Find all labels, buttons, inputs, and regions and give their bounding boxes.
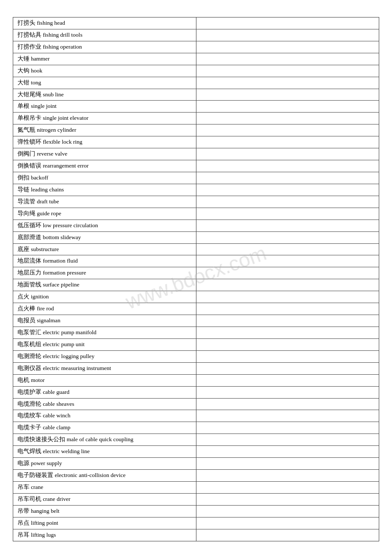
term-translation xyxy=(196,387,379,398)
table-row: 打捞头 fishing head xyxy=(13,17,379,29)
term-translation xyxy=(196,136,379,148)
term-translation xyxy=(196,17,379,29)
term-translation xyxy=(196,470,379,481)
term-translation xyxy=(196,255,379,267)
term-translation xyxy=(196,89,379,101)
term-chinese-english: 地面管线 surface pipeline xyxy=(13,279,196,291)
term-chinese-english: 电报员 signalman xyxy=(13,315,196,327)
term-translation xyxy=(196,220,379,231)
term-chinese-english: 点火 ignition xyxy=(13,291,196,303)
term-chinese-english: 吊带 hanging belt xyxy=(13,506,196,517)
term-chinese-english: 导链 leading chains xyxy=(13,184,196,196)
term-chinese-english: 倒换错误 rearrangement error xyxy=(13,160,196,172)
term-chinese-english: 电泵管汇 electric pump manifold xyxy=(13,327,196,338)
table-row: 底座 substructure xyxy=(13,244,379,256)
table-row: 氮气瓶 nitrogen cylinder xyxy=(13,124,379,136)
table-row: 导向绳 guide rope xyxy=(13,208,379,220)
table-row: 导流管 draft tube xyxy=(13,196,379,208)
vocabulary-table: 打捞头 fishing head打捞钻具 fishing drill tools… xyxy=(13,17,379,541)
term-translation xyxy=(196,517,379,529)
term-translation xyxy=(196,279,379,291)
table-row: 倒阀门 reverse valve xyxy=(13,148,379,160)
term-translation xyxy=(196,244,379,255)
table-row: 电子防碰装置 electronic anti-collision device xyxy=(13,470,379,482)
table-row: 电测滑轮 electric logging pulley xyxy=(13,351,379,363)
term-chinese-english: 打捞作业 fishing operation xyxy=(13,41,196,53)
term-chinese-english: 打捞钻具 fishing drill tools xyxy=(13,29,196,41)
term-translation xyxy=(196,113,379,124)
table-row: 点火棒 fire rod xyxy=(13,303,379,315)
term-translation xyxy=(196,363,379,374)
term-translation xyxy=(196,482,379,493)
term-translation xyxy=(196,327,379,338)
table-row: 吊带 hanging belt xyxy=(13,506,379,517)
term-chinese-english: 电源 power supply xyxy=(13,458,196,469)
table-row: 大锤 hammer xyxy=(13,53,379,65)
term-translation xyxy=(196,101,379,112)
table-row: 电泵机组 electric pump unit xyxy=(13,339,379,351)
term-translation xyxy=(196,172,379,184)
table-row: 单根吊卡 single joint elevator xyxy=(13,113,379,124)
term-chinese-english: 电测仪器 electric measuring instrument xyxy=(13,363,196,374)
term-translation xyxy=(196,434,379,445)
term-translation xyxy=(196,267,379,279)
term-translation xyxy=(196,529,379,541)
table-row: 导链 leading chains xyxy=(13,184,379,196)
term-chinese-english: 地层流体 formation fluid xyxy=(13,255,196,267)
term-chinese-english: 底座 substructure xyxy=(13,244,196,255)
term-chinese-english: 氮气瓶 nitrogen cylinder xyxy=(13,124,196,136)
term-chinese-english: 点火棒 fire rod xyxy=(13,303,196,315)
table-row: 地层压力 formation pressure xyxy=(13,267,379,279)
table-row: 点火 ignition xyxy=(13,291,379,303)
term-chinese-english: 地层压力 formation pressure xyxy=(13,267,196,279)
table-row: 单根 single joint xyxy=(13,101,379,113)
term-chinese-english: 电测滑轮 electric logging pulley xyxy=(13,351,196,362)
term-translation xyxy=(196,422,379,434)
term-translation xyxy=(196,399,379,410)
term-translation xyxy=(196,160,379,172)
term-chinese-english: 电缆快速接头公扣 male of cable quick coupling xyxy=(13,434,196,445)
term-chinese-english: 吊耳 lifting lugs xyxy=(13,529,196,541)
term-chinese-english: 吊点 lifting point xyxy=(13,517,196,529)
term-chinese-english: 吊车 crane xyxy=(13,482,196,493)
table-row: 电气焊线 electric welding line xyxy=(13,446,379,458)
term-chinese-english: 倒阀门 reverse valve xyxy=(13,148,196,160)
term-chinese-english: 电缆绞车 cable winch xyxy=(13,410,196,422)
table-row: 倒扣 backoff xyxy=(13,172,379,184)
term-chinese-english: 电气焊线 electric welding line xyxy=(13,446,196,457)
table-row: 电泵管汇 electric pump manifold xyxy=(13,327,379,339)
table-row: 吊点 lifting point xyxy=(13,517,379,529)
term-chinese-english: 打捞头 fishing head xyxy=(13,17,196,29)
table-row: 电缆护罩 cable guard xyxy=(13,387,379,399)
term-translation xyxy=(196,53,379,65)
term-translation xyxy=(196,339,379,350)
term-translation xyxy=(196,303,379,315)
table-row: 电报员 signalman xyxy=(13,315,379,327)
table-row: 吊车 crane xyxy=(13,482,379,494)
term-chinese-english: 大钳尾绳 snub line xyxy=(13,89,196,101)
table-row: 电缆快速接头公扣 male of cable quick coupling xyxy=(13,434,379,446)
term-translation xyxy=(196,410,379,422)
table-row: 大钳尾绳 snub line xyxy=(13,89,379,101)
term-translation xyxy=(196,446,379,457)
table-row: 电测仪器 electric measuring instrument xyxy=(13,363,379,375)
term-translation xyxy=(196,148,379,160)
table-row: 电缆绞车 cable winch xyxy=(13,410,379,422)
term-translation xyxy=(196,351,379,362)
table-row: 低压循环 low pressure circulation xyxy=(13,220,379,232)
table-row: 电机 motor xyxy=(13,375,379,387)
term-chinese-english: 大钳 tong xyxy=(13,77,196,89)
term-chinese-english: 电机 motor xyxy=(13,375,196,386)
term-chinese-english: 单根 single joint xyxy=(13,101,196,112)
term-translation xyxy=(196,375,379,386)
term-translation xyxy=(196,196,379,208)
table-row: 地面管线 surface pipeline xyxy=(13,279,379,291)
term-translation xyxy=(196,41,379,53)
table-row: 弹性锁环 flexible lock ring xyxy=(13,136,379,148)
table-row: 大钩 hook xyxy=(13,65,379,77)
term-translation xyxy=(196,208,379,220)
term-chinese-english: 电缆滑轮 cable sheaves xyxy=(13,399,196,410)
table-row: 地层流体 formation fluid xyxy=(13,255,379,267)
term-chinese-english: 电泵机组 electric pump unit xyxy=(13,339,196,350)
term-chinese-english: 电缆护罩 cable guard xyxy=(13,387,196,398)
